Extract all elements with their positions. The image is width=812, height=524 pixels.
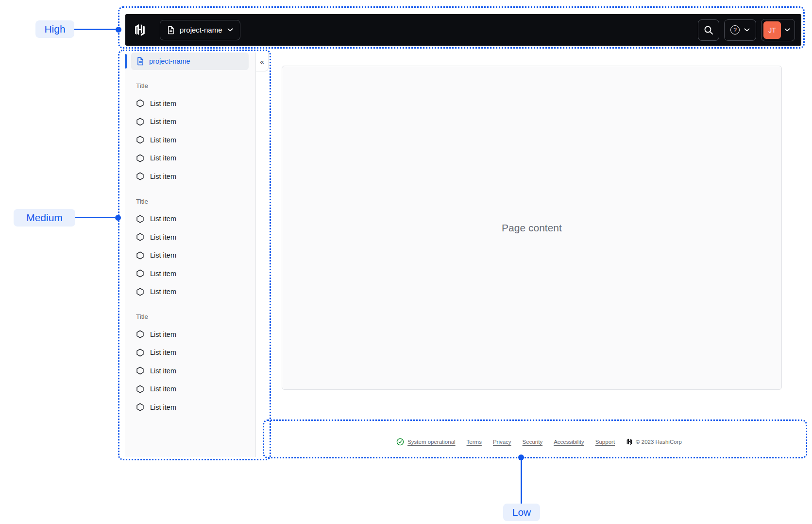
sidebar-list-item[interactable]: List item (125, 149, 255, 168)
chevron-down-icon (784, 28, 790, 32)
navbar-right-group: ? JT (698, 19, 795, 41)
hashicorp-logo-icon (626, 438, 633, 445)
section-title: Title (136, 313, 255, 320)
sidebar-list-item[interactable]: List item (125, 283, 255, 301)
footer-link-accessibility[interactable]: Accessibility (554, 439, 584, 445)
sidebar-item-label: List item (150, 367, 176, 375)
annotation-dot-low (518, 454, 524, 460)
page: project-name ? JT (0, 0, 812, 524)
page-content-placeholder: Page content (502, 222, 562, 234)
sidebar-item-label: List item (150, 136, 176, 144)
hexagon-icon (136, 330, 144, 338)
project-switcher-button[interactable]: project-name (160, 20, 240, 40)
sidebar-list-item[interactable]: List item (125, 167, 255, 186)
sidebar-list-item[interactable]: List item (125, 344, 255, 362)
sidebar-item-label: List item (150, 154, 176, 162)
hexagon-icon (136, 349, 144, 357)
sidebar-list-item[interactable]: List item (125, 113, 255, 131)
footer-link-terms[interactable]: Terms (467, 439, 482, 445)
section-title: Title (136, 82, 255, 89)
copyright-text: © 2023 HashiCorp (636, 439, 682, 445)
help-menu-button[interactable]: ? (724, 19, 756, 41)
footer-copyright: © 2023 HashiCorp (626, 438, 682, 445)
sidebar-item-label: List item (150, 403, 176, 411)
footer-link-security[interactable]: Security (523, 439, 543, 445)
sidebar-list-item[interactable]: List item (125, 325, 255, 344)
sidebar-item-label: List item (150, 270, 176, 278)
hexagon-icon (136, 251, 144, 260)
section-title: Title (136, 198, 255, 205)
hexagon-icon (136, 215, 144, 223)
account-menu-button[interactable]: JT (761, 19, 795, 41)
annotation-dot-medium (115, 215, 121, 221)
sidebar-project-item[interactable]: project-name (131, 52, 249, 70)
sidebar-list-item[interactable]: List item (125, 131, 255, 149)
annotation-connector-low (521, 460, 522, 504)
sidebar-list-item[interactable]: List item (125, 228, 255, 246)
sidebar-section: Title List item List item List item List… (125, 313, 255, 417)
hexagon-icon (136, 269, 144, 278)
document-icon (167, 26, 175, 35)
hexagon-icon (136, 172, 144, 180)
active-indicator (125, 54, 127, 69)
chevron-down-icon (744, 28, 750, 32)
avatar: JT (763, 21, 781, 39)
sidebar-list-item[interactable]: List item (125, 94, 255, 113)
footer-link-privacy[interactable]: Privacy (493, 439, 511, 445)
sidebar-section: Title List item List item List item List… (125, 198, 255, 301)
footer: System operational Terms Privacy Securit… (272, 428, 806, 455)
check-circle-icon (396, 438, 404, 446)
hexagon-icon (136, 288, 144, 296)
hexagon-icon (136, 367, 144, 375)
hexagon-icon (136, 136, 144, 144)
sidebar-item-label: List item (150, 349, 176, 356)
sidebar-list-item[interactable]: List item (125, 380, 255, 399)
hashicorp-logo-icon (134, 24, 146, 36)
sidebar-section: Title List item List item List item List… (125, 82, 255, 186)
system-status-label: System operational (407, 439, 455, 445)
sidebar-item-label: List item (150, 215, 176, 223)
document-icon (136, 57, 144, 66)
annotation-connector-high (74, 29, 116, 30)
search-icon (704, 25, 713, 35)
project-switcher-label: project-name (180, 26, 222, 34)
main-content-area: Page content (282, 66, 782, 390)
top-navbar: project-name ? JT (125, 14, 801, 46)
annotation-label-high: High (35, 20, 74, 38)
sidebar-list-item[interactable]: List item (125, 362, 255, 380)
sidebar-item-label: List item (150, 251, 176, 259)
sidebar-list-item[interactable]: List item (125, 210, 255, 228)
system-status-link[interactable]: System operational (396, 438, 455, 446)
sidebar-list-item[interactable]: List item (125, 398, 255, 417)
annotation-dot-high (116, 27, 121, 33)
sidebar-item-label: List item (150, 118, 176, 125)
hexagon-icon (136, 154, 144, 162)
hexagon-icon (136, 233, 144, 241)
chevron-down-icon (227, 28, 233, 32)
annotation-label-low: Low (503, 504, 540, 521)
collapse-double-chevron-icon: « (260, 57, 264, 66)
annotation-label-medium: Medium (14, 209, 75, 227)
sidebar-item-label: List item (150, 233, 176, 241)
hexagon-icon (136, 118, 144, 126)
sidebar: project-name « Title List item List item… (125, 52, 256, 457)
hexagon-icon (136, 385, 144, 393)
help-icon: ? (730, 25, 740, 35)
footer-link-support[interactable]: Support (595, 439, 615, 445)
hexagon-icon (136, 99, 144, 107)
hexagon-icon (136, 403, 144, 411)
sidebar-item-label: List item (150, 331, 176, 338)
sidebar-collapse-button[interactable]: « (256, 52, 269, 71)
sidebar-project-label: project-name (149, 57, 190, 65)
sidebar-list-item[interactable]: List item (125, 264, 255, 283)
sidebar-item-label: List item (150, 100, 176, 107)
sidebar-item-label: List item (150, 288, 176, 296)
search-button[interactable] (698, 19, 719, 41)
sidebar-list-item[interactable]: List item (125, 246, 255, 265)
annotation-connector-medium (75, 217, 115, 218)
sidebar-item-label: List item (150, 385, 176, 393)
sidebar-item-label: List item (150, 173, 176, 180)
